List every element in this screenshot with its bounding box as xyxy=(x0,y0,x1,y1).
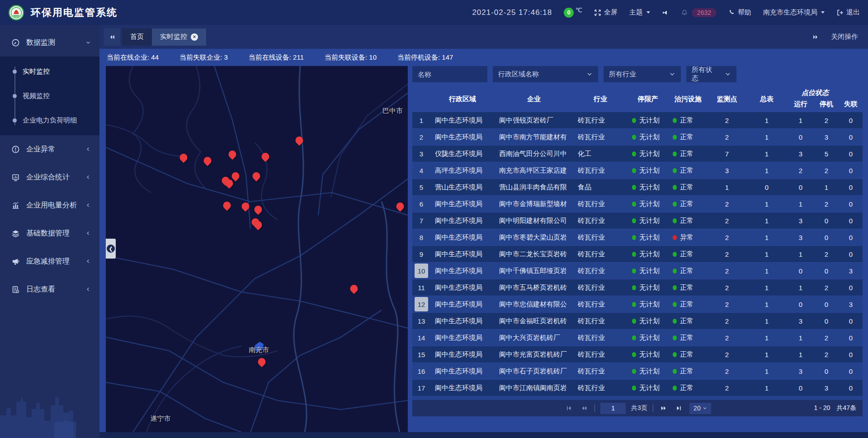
sidebar-item-power-analysis[interactable]: 企业用电量分析 xyxy=(0,191,99,219)
page-number-input[interactable] xyxy=(600,403,626,414)
tab-realtime-monitor[interactable]: 实时监控 × xyxy=(152,28,206,46)
tab-close-icon[interactable]: × xyxy=(191,33,198,41)
sidebar-item-enterprise-stats[interactable]: 企业综合统计 xyxy=(0,163,99,191)
tabs-scroll-left-button[interactable] xyxy=(104,28,120,46)
cell-industry: 砖瓦行业 xyxy=(573,313,627,329)
sidebar-item-base-data[interactable]: 基础数据管理 xyxy=(0,219,99,247)
bell-icon xyxy=(681,9,688,16)
cell-company: 南部县砂石建材有限公 xyxy=(495,396,573,400)
cell-stop-count: 2 xyxy=(814,246,839,262)
sidebar-subitem-label: 企业电力负荷明细 xyxy=(23,116,77,125)
next-page-button[interactable] xyxy=(659,403,669,413)
logout-button[interactable]: 退出 xyxy=(836,8,860,17)
cell-facility-status: 正常 xyxy=(668,296,708,312)
cell-facility-status: 正常 xyxy=(668,179,708,195)
table-row[interactable]: 18 南部生态环境局 南部县砂石建材有限公 砖瓦行业 无计划 正常 6 0 0 … xyxy=(412,396,863,400)
cell-industry: 砖瓦行业 xyxy=(573,196,627,212)
phone-icon xyxy=(728,9,735,16)
cell-industry: 砖瓦行业 xyxy=(573,380,627,396)
cell-limit-status: 无计划 xyxy=(627,396,668,400)
main-map[interactable]: ❮ 巴中市南充市遂宁市 xyxy=(106,66,408,432)
theme-dropdown[interactable]: 主题 xyxy=(629,8,650,17)
cell-facility-status: 正常 xyxy=(668,330,708,346)
status-dot-icon xyxy=(632,252,636,257)
table-row[interactable]: 7 阆中生态环境局 阆中明阳建材有限公司 砖瓦行业 无计划 正常 2 1 3 0… xyxy=(412,212,863,229)
status-dot-icon xyxy=(632,235,636,240)
status-dot-icon xyxy=(673,218,677,223)
cell-region: 阆中生态环境局 xyxy=(430,129,495,145)
cell-lost-count: 0 xyxy=(839,162,863,179)
bullet-icon xyxy=(13,118,17,122)
sidebar-item-emergency[interactable]: 应急减排管理 xyxy=(0,247,99,275)
total-pages-label: 共3页 xyxy=(631,404,647,412)
stat-label: 当前失联企业: xyxy=(179,53,224,61)
cell-limit-status: 无计划 xyxy=(627,296,668,312)
table-row[interactable]: 14 阆中生态环境局 阆中大兴页岩机砖厂 砖瓦行业 无计划 正常 2 1 1 2… xyxy=(412,330,863,346)
table-row[interactable]: 16 阆中生态环境局 阆中市石子页岩机砖厂 砖瓦行业 无计划 正常 2 1 3 … xyxy=(412,363,863,379)
double-chevron-right-icon[interactable] xyxy=(812,33,819,41)
cell-monitor-count: 2 xyxy=(708,313,746,329)
tab-bar: 首页 实时监控 × 关闭操作 xyxy=(99,25,868,49)
top-header: 环保用电监管系统 2021-02-25 17:46:18 0 ℃ 全屏 主题 xyxy=(0,0,868,25)
row-index: 16 xyxy=(418,367,425,375)
sidebar-item-enterprise-abnormal[interactable]: 企业异常 xyxy=(0,135,99,163)
sidebar-item-data-monitor[interactable]: 数据监测 xyxy=(0,28,99,57)
tab-home[interactable]: 首页 xyxy=(122,28,152,46)
cell-region: 营山生态环境局 xyxy=(430,179,495,195)
table-row[interactable]: 2 阆中生态环境局 阆中市南方节能建材有 砖瓦行业 无计划 正常 2 1 0 3… xyxy=(412,129,863,145)
fullscreen-button[interactable]: 全屏 xyxy=(594,8,618,17)
status-select[interactable]: 所有状态 xyxy=(686,66,736,82)
table-row[interactable]: 12 阆中生态环境局 阆中市忠信建材有限公 砖瓦行业 无计划 正常 2 1 0 … xyxy=(412,296,863,312)
table-row[interactable]: 17 阆中生态环境局 阆中市江南镇阆南页岩 砖瓦行业 无计划 正常 2 1 0 … xyxy=(412,380,863,396)
first-page-button[interactable] xyxy=(564,403,574,413)
cell-run-count: 2 xyxy=(788,162,814,179)
sidebar-subitem[interactable]: 实时监控 xyxy=(0,59,99,84)
table-row[interactable]: 6 阆中生态环境局 阆中市金博瑞新型墙材 砖瓦行业 无计划 正常 2 1 1 2… xyxy=(412,196,863,212)
close-operations-dropdown[interactable]: 关闭操作 xyxy=(831,33,858,41)
table-row[interactable]: 8 阆中生态环境局 阆中市枣碧大梁山页岩 砖瓦行业 无计划 异常 2 1 3 0… xyxy=(412,229,863,245)
map-collapse-handle[interactable]: ❮ xyxy=(106,239,116,259)
cell-monitor-count: 2 xyxy=(708,112,746,128)
industry-select[interactable]: 所有行业 xyxy=(604,66,681,82)
stats-icon xyxy=(11,173,20,182)
help-button[interactable]: 帮助 xyxy=(728,8,751,17)
cell-region: 阆中生态环境局 xyxy=(430,279,495,296)
cell-run-count: 1 xyxy=(788,112,814,128)
table-row[interactable]: 13 阆中生态环境局 阆中市金福旺页岩机砖 砖瓦行业 无计划 正常 2 1 3 … xyxy=(412,313,863,329)
cell-company: 阆中市忠信建材有限公 xyxy=(495,296,573,312)
cell-industry: 砖瓦行业 xyxy=(573,246,627,262)
table-row[interactable]: 5 营山生态环境局 营山县润丰肉食品有限 食品 无计划 正常 1 0 0 1 0 xyxy=(412,179,863,195)
cell-meter-count: 1 xyxy=(746,229,788,245)
sidebar-subitem[interactable]: 企业电力负荷明细 xyxy=(0,108,99,132)
cell-run-count: 3 xyxy=(788,229,814,245)
status-dot-icon xyxy=(632,135,636,140)
region-select[interactable]: 行政区域名称 xyxy=(493,66,598,82)
table-row[interactable]: 10 阆中生态环境局 阆中千佛镇五郎垭页岩 砖瓦行业 无计划 正常 2 1 0 … xyxy=(412,263,863,279)
table-row[interactable]: 11 阆中生态环境局 阆中市五马桥页岩机砖 砖瓦行业 无计划 正常 2 1 1 … xyxy=(412,279,863,296)
sidebar-item-logs[interactable]: 日志查看 xyxy=(0,275,99,303)
cell-facility-status: 正常 xyxy=(668,263,708,279)
notifications-button[interactable]: 2632 xyxy=(681,8,717,17)
table-row[interactable]: 3 仪陇生态环境局 西南油气田分公司川中 化工 无计划 正常 7 1 3 5 0 xyxy=(412,146,863,162)
col-monitor: 监测点 xyxy=(708,86,746,112)
prev-page-button[interactable] xyxy=(579,403,589,413)
cell-run-count: 0 xyxy=(788,129,814,145)
table-row[interactable]: 9 阆中生态环境局 阆中市二龙长宝页岩砖 砖瓦行业 无计划 正常 2 1 1 2… xyxy=(412,246,863,262)
last-page-button[interactable] xyxy=(674,403,684,413)
cell-run-count: 1 xyxy=(788,196,814,212)
table-row[interactable]: 15 阆中生态环境局 阆中市光富页岩机砖厂 砖瓦行业 无计划 正常 2 1 1 … xyxy=(412,346,863,363)
name-search-input[interactable] xyxy=(412,66,487,82)
table-row[interactable]: 1 阆中生态环境局 阆中强锐页岩砖厂 砖瓦行业 无计划 正常 2 1 1 2 0 xyxy=(412,112,863,128)
table-row[interactable]: 4 高坪生态环境局 南充市高坪区王家店建 砖瓦行业 无计划 正常 3 1 2 2… xyxy=(412,162,863,179)
org-dropdown[interactable]: 南充市生态环境局 xyxy=(763,8,825,17)
page-size-select[interactable]: 20 xyxy=(689,403,711,414)
cell-lost-count: 0 xyxy=(839,212,863,229)
cell-region: 阆中生态环境局 xyxy=(430,296,495,312)
chevron-left-icon xyxy=(85,146,91,152)
cell-stop-count: 2 xyxy=(814,112,839,128)
cell-limit-status: 无计划 xyxy=(627,313,668,329)
sound-button[interactable] xyxy=(662,9,669,16)
cell-industry: 砖瓦行业 xyxy=(573,279,627,296)
sidebar-subitem[interactable]: 视频监控 xyxy=(0,84,99,108)
status-dot-icon xyxy=(632,369,636,374)
